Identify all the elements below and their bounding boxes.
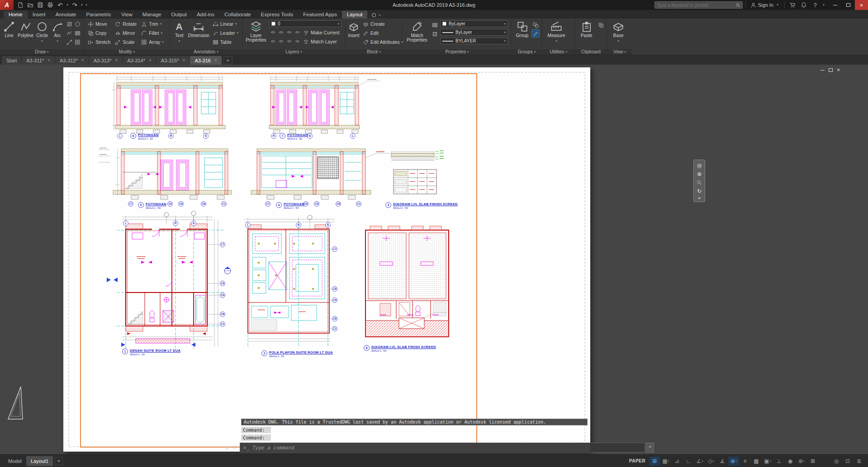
copy-clip-button[interactable] (597, 21, 604, 28)
panel-title-view[interactable]: View▾ (607, 48, 632, 55)
linear-dim-button[interactable]: Linear▾ (211, 19, 240, 28)
close-tab-icon[interactable]: × (81, 58, 84, 63)
tab-parametric[interactable]: Parametric (81, 11, 117, 19)
new-drawing-button[interactable]: + (223, 57, 232, 64)
paper-space-button[interactable]: PAPER (629, 458, 645, 463)
copy-button[interactable]: Copy (86, 28, 112, 38)
drawing-paper[interactable]: .d{stroke:#7e7e7e;stroke-width:.5}.t{str… (63, 67, 590, 452)
properties-list-button[interactable] (431, 30, 438, 38)
lineweight-toggle[interactable]: ≡ (740, 457, 750, 466)
navbar-zoom-icon[interactable] (694, 179, 705, 186)
layer-properties-button[interactable]: Layer Properties (245, 19, 267, 47)
edit-block-button[interactable]: Edit (361, 28, 404, 38)
help-button[interactable]: ? (810, 0, 820, 9)
doc-tab-a3-311[interactable]: A3-311*× (22, 56, 55, 65)
undo-dropdown[interactable]: ▾ (65, 3, 70, 7)
tab-manage[interactable]: Manage (138, 11, 166, 19)
layer-freeze-button[interactable] (285, 29, 293, 36)
save-button[interactable] (35, 0, 45, 9)
close-tab-icon[interactable]: × (47, 58, 50, 63)
layer-unlock-button[interactable] (294, 38, 301, 45)
command-close-button[interactable] (223, 443, 231, 452)
layer-unisolate-button[interactable] (277, 38, 285, 45)
customization-menu[interactable]: ≣ (854, 457, 864, 466)
command-input-field[interactable]: >_ (240, 443, 645, 453)
group-edit-button[interactable] (532, 30, 539, 37)
doc-tab-a3-312[interactable]: A3-312*× (55, 56, 89, 65)
maximize-button[interactable] (842, 0, 855, 10)
panel-title-annotation[interactable]: Annotation▾ (170, 48, 242, 55)
tab-view[interactable]: View (116, 11, 138, 19)
trim-button[interactable]: Trim▾ (140, 19, 165, 28)
match-layer-button[interactable]: Match Layer (302, 37, 338, 46)
panel-title-layers[interactable]: Layers▾ (242, 48, 345, 55)
panel-title-properties[interactable]: Properties▾ (403, 48, 512, 55)
lineweight-select[interactable]: ByLayer▾ (440, 29, 508, 36)
doc-tab-start[interactable]: Start (2, 56, 21, 65)
match-properties-button[interactable]: Match Properties (405, 19, 429, 47)
polyline-button[interactable]: Polyline (18, 19, 33, 47)
mirror-button[interactable]: Mirror (114, 28, 138, 38)
base-button[interactable]: Base▾ (609, 19, 627, 47)
minimize-button[interactable] (829, 0, 842, 10)
dimension-button[interactable]: Dimension (188, 19, 209, 47)
centerline-tool-button[interactable] (66, 38, 73, 46)
layer-select[interactable]: 0▾ (269, 20, 342, 27)
layer-lock-button[interactable] (294, 29, 301, 36)
search-box[interactable] (655, 1, 743, 9)
viewport-restore-icon[interactable] (829, 68, 833, 72)
ucs-icon[interactable] (5, 383, 28, 422)
isodraft-toggle[interactable]: ◇▾ (706, 457, 716, 466)
help-dropdown[interactable]: ▾ (821, 3, 826, 7)
recent-commands-button[interactable]: ^ (646, 443, 654, 453)
line-button[interactable]: Line (2, 19, 16, 47)
circle-button[interactable]: Circle▾ (35, 19, 49, 47)
doc-tab-a3-316[interactable]: A3-316× (190, 56, 221, 65)
viewport-close-icon[interactable]: × (837, 68, 840, 72)
tab-annotate[interactable]: Annotate (50, 11, 81, 19)
panel-title-modify[interactable]: Modify▾ (84, 48, 170, 55)
edit-attributes-button[interactable]: Edit Attributes▾ (361, 38, 404, 47)
doc-tab-a3-313[interactable]: A3-313*× (89, 56, 123, 65)
fillet-button[interactable]: Fillet▾ (140, 28, 165, 38)
ellipse-tool-button[interactable] (74, 20, 81, 28)
navbar-more-icon[interactable]: ▾ (694, 196, 705, 200)
panel-title-clipboard[interactable]: Clipboard (575, 48, 607, 55)
transparency-toggle[interactable]: ▩ (751, 457, 762, 466)
navbar-orbit-icon[interactable]: ↻ (694, 187, 705, 195)
doc-tab-a3-314[interactable]: A3-314*× (123, 56, 156, 65)
grid-toggle[interactable]: ⊞ (649, 457, 660, 466)
object-color-select[interactable]: ByLayer▾ (440, 20, 508, 27)
model-tab[interactable]: Model (4, 456, 26, 466)
add-layout-button[interactable]: + (55, 457, 63, 465)
redo-dropdown[interactable]: ▾ (80, 3, 84, 7)
close-tab-icon[interactable]: × (149, 58, 152, 63)
measure-button[interactable]: Measure▾ (544, 19, 569, 47)
osnap-tracking-toggle[interactable]: ∡ (717, 457, 728, 466)
layer-thaw-button[interactable] (285, 38, 293, 45)
tab-collaborate[interactable]: Collaborate (219, 11, 256, 19)
tab-insert[interactable]: Insert (28, 11, 51, 19)
workspace-switcher[interactable]: ⊛▾ (796, 457, 807, 466)
layer-off-button[interactable] (269, 29, 276, 36)
graphics-performance-toggle[interactable]: ◎ (831, 457, 842, 466)
scale-button[interactable]: Scale (114, 38, 138, 47)
autocad-logo[interactable]: A (0, 0, 14, 10)
stretch-button[interactable]: Stretch (86, 38, 112, 47)
panel-title-groups[interactable]: Groups▾ (512, 48, 541, 55)
notifications-button[interactable] (799, 0, 809, 9)
gradient-tool-button[interactable] (74, 38, 81, 46)
leader-button[interactable]: Leader▾ (211, 28, 240, 38)
hatch-tool-button[interactable] (66, 20, 73, 28)
sign-in-button[interactable]: Sign In ▾ (749, 0, 782, 10)
clean-screen-toggle[interactable]: ⊡ (842, 457, 853, 466)
doc-tab-a3-315[interactable]: A3-315*× (157, 56, 190, 65)
make-current-button[interactable]: Make Current (302, 28, 341, 37)
dynamic-ucs-toggle[interactable]: ⊥ (773, 457, 784, 466)
panel-title-utilities[interactable]: Utilities▾ (542, 48, 575, 55)
ortho-toggle[interactable]: ∟ (683, 457, 694, 466)
annotation-monitor-toggle[interactable]: ⊠ (807, 457, 818, 466)
new-button[interactable] (15, 0, 25, 9)
undo-button[interactable]: ↶ (55, 0, 65, 9)
layer-on-button[interactable] (269, 38, 276, 45)
